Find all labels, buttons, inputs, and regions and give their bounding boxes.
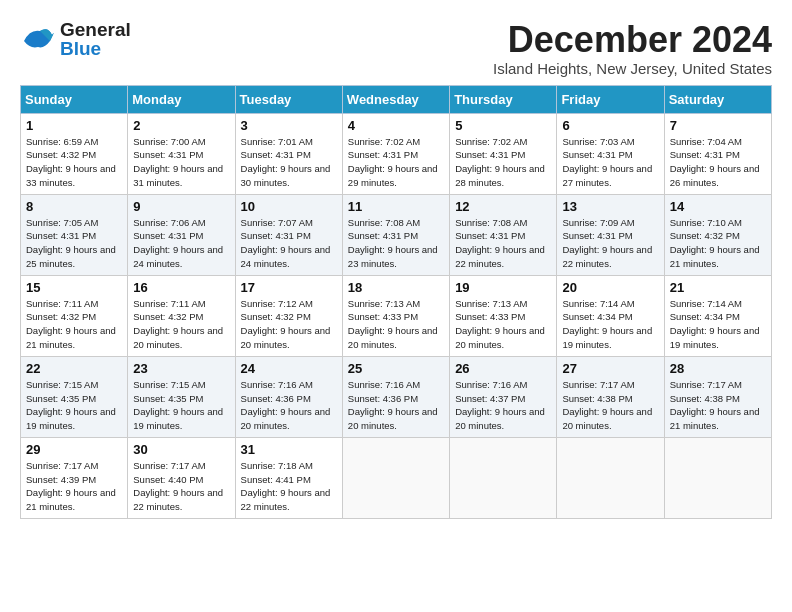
calendar-week-row: 29Sunrise: 7:17 AM Sunset: 4:39 PM Dayli… (21, 437, 772, 518)
col-monday: Monday (128, 85, 235, 113)
day-number: 1 (26, 118, 122, 133)
day-number: 21 (670, 280, 766, 295)
day-info: Sunrise: 7:00 AM Sunset: 4:31 PM Dayligh… (133, 135, 229, 190)
table-row: 11Sunrise: 7:08 AM Sunset: 4:31 PM Dayli… (342, 194, 449, 275)
location-title: Island Heights, New Jersey, United State… (493, 60, 772, 77)
table-row (557, 437, 664, 518)
table-row (450, 437, 557, 518)
table-row: 12Sunrise: 7:08 AM Sunset: 4:31 PM Dayli… (450, 194, 557, 275)
day-number: 3 (241, 118, 337, 133)
table-row: 23Sunrise: 7:15 AM Sunset: 4:35 PM Dayli… (128, 356, 235, 437)
day-info: Sunrise: 7:02 AM Sunset: 4:31 PM Dayligh… (455, 135, 551, 190)
day-info: Sunrise: 7:08 AM Sunset: 4:31 PM Dayligh… (348, 216, 444, 271)
table-row: 30Sunrise: 7:17 AM Sunset: 4:40 PM Dayli… (128, 437, 235, 518)
logo: General Blue (20, 20, 131, 58)
col-friday: Friday (557, 85, 664, 113)
title-area: December 2024 Island Heights, New Jersey… (493, 20, 772, 77)
day-info: Sunrise: 7:07 AM Sunset: 4:31 PM Dayligh… (241, 216, 337, 271)
table-row: 20Sunrise: 7:14 AM Sunset: 4:34 PM Dayli… (557, 275, 664, 356)
day-number: 4 (348, 118, 444, 133)
table-row: 4Sunrise: 7:02 AM Sunset: 4:31 PM Daylig… (342, 113, 449, 194)
day-number: 9 (133, 199, 229, 214)
day-number: 7 (670, 118, 766, 133)
table-row: 6Sunrise: 7:03 AM Sunset: 4:31 PM Daylig… (557, 113, 664, 194)
day-info: Sunrise: 7:11 AM Sunset: 4:32 PM Dayligh… (133, 297, 229, 352)
day-number: 27 (562, 361, 658, 376)
day-info: Sunrise: 7:17 AM Sunset: 4:38 PM Dayligh… (670, 378, 766, 433)
day-info: Sunrise: 7:13 AM Sunset: 4:33 PM Dayligh… (455, 297, 551, 352)
day-info: Sunrise: 7:14 AM Sunset: 4:34 PM Dayligh… (670, 297, 766, 352)
day-info: Sunrise: 7:02 AM Sunset: 4:31 PM Dayligh… (348, 135, 444, 190)
table-row: 13Sunrise: 7:09 AM Sunset: 4:31 PM Dayli… (557, 194, 664, 275)
logo-text: General Blue (60, 20, 131, 58)
table-row: 8Sunrise: 7:05 AM Sunset: 4:31 PM Daylig… (21, 194, 128, 275)
table-row: 15Sunrise: 7:11 AM Sunset: 4:32 PM Dayli… (21, 275, 128, 356)
day-info: Sunrise: 7:14 AM Sunset: 4:34 PM Dayligh… (562, 297, 658, 352)
day-number: 15 (26, 280, 122, 295)
table-row: 7Sunrise: 7:04 AM Sunset: 4:31 PM Daylig… (664, 113, 771, 194)
day-info: Sunrise: 7:12 AM Sunset: 4:32 PM Dayligh… (241, 297, 337, 352)
table-row: 3Sunrise: 7:01 AM Sunset: 4:31 PM Daylig… (235, 113, 342, 194)
table-row: 19Sunrise: 7:13 AM Sunset: 4:33 PM Dayli… (450, 275, 557, 356)
table-row: 28Sunrise: 7:17 AM Sunset: 4:38 PM Dayli… (664, 356, 771, 437)
day-info: Sunrise: 7:16 AM Sunset: 4:37 PM Dayligh… (455, 378, 551, 433)
table-row: 25Sunrise: 7:16 AM Sunset: 4:36 PM Dayli… (342, 356, 449, 437)
calendar-week-row: 8Sunrise: 7:05 AM Sunset: 4:31 PM Daylig… (21, 194, 772, 275)
day-info: Sunrise: 7:16 AM Sunset: 4:36 PM Dayligh… (241, 378, 337, 433)
day-number: 31 (241, 442, 337, 457)
col-sunday: Sunday (21, 85, 128, 113)
table-row: 1Sunrise: 6:59 AM Sunset: 4:32 PM Daylig… (21, 113, 128, 194)
day-number: 2 (133, 118, 229, 133)
day-info: Sunrise: 7:08 AM Sunset: 4:31 PM Dayligh… (455, 216, 551, 271)
table-row: 22Sunrise: 7:15 AM Sunset: 4:35 PM Dayli… (21, 356, 128, 437)
day-info: Sunrise: 7:16 AM Sunset: 4:36 PM Dayligh… (348, 378, 444, 433)
day-number: 25 (348, 361, 444, 376)
day-info: Sunrise: 7:15 AM Sunset: 4:35 PM Dayligh… (133, 378, 229, 433)
day-info: Sunrise: 7:04 AM Sunset: 4:31 PM Dayligh… (670, 135, 766, 190)
calendar-week-row: 22Sunrise: 7:15 AM Sunset: 4:35 PM Dayli… (21, 356, 772, 437)
col-saturday: Saturday (664, 85, 771, 113)
day-number: 16 (133, 280, 229, 295)
day-number: 24 (241, 361, 337, 376)
table-row: 10Sunrise: 7:07 AM Sunset: 4:31 PM Dayli… (235, 194, 342, 275)
table-row: 17Sunrise: 7:12 AM Sunset: 4:32 PM Dayli… (235, 275, 342, 356)
day-number: 10 (241, 199, 337, 214)
day-number: 22 (26, 361, 122, 376)
table-row: 24Sunrise: 7:16 AM Sunset: 4:36 PM Dayli… (235, 356, 342, 437)
table-row: 26Sunrise: 7:16 AM Sunset: 4:37 PM Dayli… (450, 356, 557, 437)
table-row: 16Sunrise: 7:11 AM Sunset: 4:32 PM Dayli… (128, 275, 235, 356)
day-info: Sunrise: 7:09 AM Sunset: 4:31 PM Dayligh… (562, 216, 658, 271)
col-wednesday: Wednesday (342, 85, 449, 113)
day-info: Sunrise: 7:11 AM Sunset: 4:32 PM Dayligh… (26, 297, 122, 352)
col-thursday: Thursday (450, 85, 557, 113)
day-info: Sunrise: 7:15 AM Sunset: 4:35 PM Dayligh… (26, 378, 122, 433)
table-row: 14Sunrise: 7:10 AM Sunset: 4:32 PM Dayli… (664, 194, 771, 275)
day-number: 6 (562, 118, 658, 133)
day-number: 8 (26, 199, 122, 214)
logo-blue: Blue (60, 39, 131, 58)
table-row: 18Sunrise: 7:13 AM Sunset: 4:33 PM Dayli… (342, 275, 449, 356)
day-number: 17 (241, 280, 337, 295)
day-info: Sunrise: 7:17 AM Sunset: 4:40 PM Dayligh… (133, 459, 229, 514)
table-row: 9Sunrise: 7:06 AM Sunset: 4:31 PM Daylig… (128, 194, 235, 275)
col-tuesday: Tuesday (235, 85, 342, 113)
table-row: 31Sunrise: 7:18 AM Sunset: 4:41 PM Dayli… (235, 437, 342, 518)
day-number: 14 (670, 199, 766, 214)
day-number: 13 (562, 199, 658, 214)
logo-icon (20, 21, 56, 57)
table-row (342, 437, 449, 518)
day-number: 29 (26, 442, 122, 457)
day-number: 30 (133, 442, 229, 457)
table-row: 2Sunrise: 7:00 AM Sunset: 4:31 PM Daylig… (128, 113, 235, 194)
day-info: Sunrise: 7:01 AM Sunset: 4:31 PM Dayligh… (241, 135, 337, 190)
page-header: General Blue December 2024 Island Height… (20, 20, 772, 77)
table-row: 5Sunrise: 7:02 AM Sunset: 4:31 PM Daylig… (450, 113, 557, 194)
calendar-table: Sunday Monday Tuesday Wednesday Thursday… (20, 85, 772, 519)
day-info: Sunrise: 7:13 AM Sunset: 4:33 PM Dayligh… (348, 297, 444, 352)
calendar-week-row: 15Sunrise: 7:11 AM Sunset: 4:32 PM Dayli… (21, 275, 772, 356)
table-row: 21Sunrise: 7:14 AM Sunset: 4:34 PM Dayli… (664, 275, 771, 356)
day-info: Sunrise: 7:05 AM Sunset: 4:31 PM Dayligh… (26, 216, 122, 271)
day-info: Sunrise: 7:06 AM Sunset: 4:31 PM Dayligh… (133, 216, 229, 271)
day-info: Sunrise: 7:03 AM Sunset: 4:31 PM Dayligh… (562, 135, 658, 190)
day-number: 12 (455, 199, 551, 214)
